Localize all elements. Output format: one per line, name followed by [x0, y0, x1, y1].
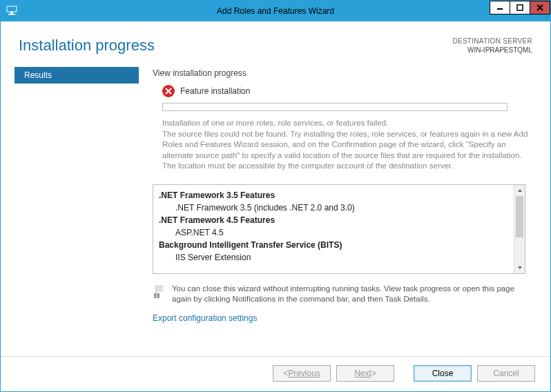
export-settings-link[interactable]: Export configuration settings [153, 313, 257, 323]
feature-group: Background Intelligent Transfer Service … [159, 239, 511, 251]
scroll-up-button[interactable] [514, 185, 525, 196]
error-icon [162, 85, 175, 97]
svg-rect-3 [497, 8, 503, 10]
content-subtitle: View installation progress [153, 68, 534, 78]
footer: < Previous Next > Close Cancel [1, 356, 550, 391]
error-line-1: Installation of one or more roles, role … [162, 118, 528, 129]
cancel-label: Cancel [493, 369, 519, 378]
destination-name: WIN-IPRAPESTQML [452, 46, 532, 55]
maximize-button[interactable] [510, 1, 530, 14]
scroll-down-button[interactable] [514, 262, 525, 273]
scroll-thumb[interactable] [516, 196, 523, 237]
wizard-window: Add Roles and Features Wizard Installati… [0, 0, 551, 392]
status-row: Feature installation [162, 85, 534, 97]
feature-group: .NET Framework 3.5 Features [159, 189, 511, 202]
sidebar-item-label: Results [24, 70, 52, 80]
sidebar-item-results[interactable]: Results [14, 67, 139, 84]
feature-item: ASP.NET 4.5 [159, 226, 511, 239]
svg-rect-2 [8, 14, 15, 15]
page-title: Installation progress [19, 37, 155, 55]
feature-item: .NET Framework 3.5 (includes .NET 2.0 an… [159, 202, 511, 214]
error-message: Installation of one or more roles, role … [162, 118, 528, 172]
sidebar: Results [14, 67, 139, 356]
content-pane: View installation progress Feature insta… [139, 67, 550, 356]
previous-label: Previous [288, 369, 320, 378]
next-label: Next [354, 369, 371, 378]
svg-text:1: 1 [155, 293, 158, 298]
server-manager-icon [6, 5, 17, 16]
hint-text: You can close this wizard without interr… [172, 284, 525, 305]
next-button: Next > [336, 365, 394, 382]
feature-listbox: .NET Framework 3.5 Features .NET Framewo… [153, 184, 525, 274]
destination-label: DESTINATION SERVER [452, 37, 532, 46]
hint-row: 1 You can close this wizard without inte… [153, 284, 525, 305]
window-controls [490, 1, 550, 14]
svg-rect-0 [7, 6, 17, 12]
svg-rect-4 [517, 5, 523, 10]
window-title: Add Roles and Features Wizard [217, 6, 334, 16]
feature-group: .NET Framework 4.5 Features [159, 214, 511, 226]
progress-bar [162, 103, 508, 111]
wizard-body: Installation progress DESTINATION SERVER… [1, 21, 550, 391]
status-title: Feature installation [180, 86, 250, 96]
close-button[interactable]: Close [414, 365, 472, 382]
cancel-button: Cancel [477, 365, 535, 382]
header-row: Installation progress DESTINATION SERVER… [1, 21, 550, 67]
close-label: Close [432, 369, 454, 378]
close-window-button[interactable] [530, 1, 550, 14]
titlebar: Add Roles and Features Wizard [1, 1, 550, 21]
feature-list: .NET Framework 3.5 Features .NET Framewo… [153, 185, 514, 273]
minimize-button[interactable] [490, 1, 510, 14]
scrollbar[interactable] [514, 185, 525, 273]
destination-block: DESTINATION SERVER WIN-IPRAPESTQML [452, 37, 532, 55]
feature-item: IIS Server Extension [159, 251, 511, 264]
error-body: The source files could not be found. Try… [162, 129, 528, 172]
previous-button: < Previous [273, 365, 331, 382]
flag-icon: 1 [153, 284, 168, 299]
